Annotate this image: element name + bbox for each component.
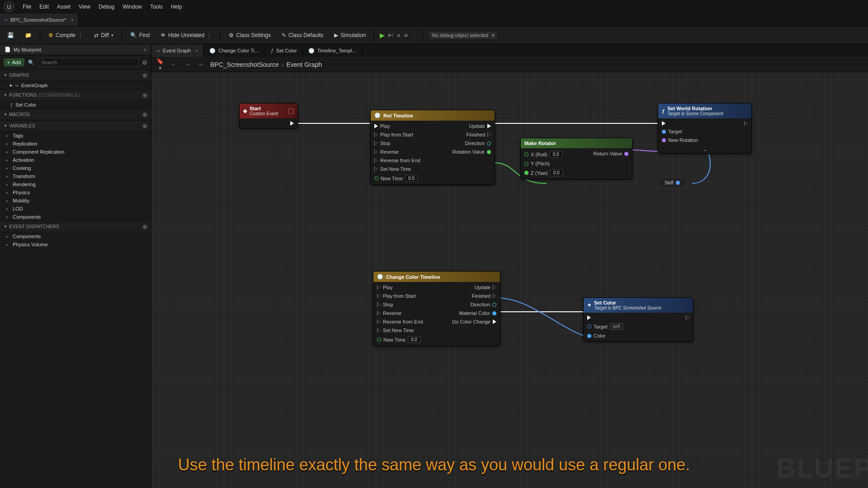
node-self[interactable]: Self xyxy=(658,177,687,188)
nav-forward[interactable]: → xyxy=(183,61,191,68)
gear-icon[interactable]: ⚙ xyxy=(142,59,147,66)
add-button[interactable]: +Add xyxy=(4,58,24,66)
section-macros[interactable]: ▼MACROS⊕ xyxy=(0,109,151,120)
section-dispatchers[interactable]: ▼EVENT DISPATCHERS⊕ xyxy=(0,221,151,232)
find-button[interactable]: 🔍Find xyxy=(127,30,152,40)
pin-direction[interactable]: Direction xyxy=(471,302,496,307)
pin-color[interactable]: Color xyxy=(587,333,623,338)
var-item[interactable]: ▸Component Replication xyxy=(0,148,151,156)
compile-button[interactable]: ⚙Compile⋮ xyxy=(46,30,86,40)
hide-unrelated-button[interactable]: 👁Hide Unrelated⋮ xyxy=(158,30,215,40)
pin-target[interactable]: Targetself xyxy=(587,323,623,330)
pin-update[interactable]: Update xyxy=(475,285,496,290)
node-change-color-timeline[interactable]: 🕒Change Color Timeline Play Play from St… xyxy=(373,271,500,346)
graph-canvas[interactable]: ◆ Start Custom Event 🕒Rot Timeline Play … xyxy=(151,72,868,488)
play-options[interactable]: ⋮ xyxy=(412,32,417,38)
tree-eventgraph[interactable]: ▸⎃EventGraph xyxy=(0,81,151,89)
browse-button[interactable]: 📁 xyxy=(22,30,34,40)
pin-reverse-end[interactable]: Reverse from End xyxy=(377,319,423,324)
menu-tools[interactable]: Tools xyxy=(150,4,163,10)
search-input[interactable] xyxy=(38,58,138,67)
debug-object-select[interactable]: No debug object selected xyxy=(428,31,498,40)
pin-finished[interactable]: Finished xyxy=(466,132,491,137)
exec-in-pin[interactable] xyxy=(587,315,623,320)
pin-reverse-end[interactable]: Reverse from End xyxy=(374,158,420,163)
pin-play[interactable]: Play xyxy=(374,123,420,129)
pin-new-rotation[interactable]: New Rotation xyxy=(662,137,698,143)
var-item[interactable]: ▸Transform xyxy=(0,172,151,180)
close-icon[interactable]: × xyxy=(144,47,146,52)
pin-play-from-start[interactable]: Play from Start xyxy=(377,293,423,299)
pin-new-time[interactable]: New Time0.0 xyxy=(374,175,420,182)
var-item[interactable]: ▸LOD xyxy=(0,205,151,213)
menu-debug[interactable]: Debug xyxy=(99,4,114,10)
pin-set-new-time[interactable]: Set New Time xyxy=(377,328,423,333)
dispatcher-item[interactable]: ▸Components xyxy=(0,232,151,240)
file-tab[interactable]: ⎃ BPC_ScreenshotSource* × xyxy=(0,14,79,26)
crumb-graph[interactable]: Event Graph xyxy=(286,61,322,68)
exec-out-pin[interactable] xyxy=(744,121,748,126)
pin-reverse[interactable]: Reverse xyxy=(374,149,420,155)
simulation-button[interactable]: ▶Simulation xyxy=(331,30,368,40)
nav-back[interactable]: ← xyxy=(170,61,178,68)
tree-setcolor[interactable]: ƒSet Color xyxy=(0,101,151,109)
class-defaults-button[interactable]: ✎Class Defaults xyxy=(279,30,326,40)
menu-view[interactable]: View xyxy=(79,4,90,10)
node-start[interactable]: ◆ Start Custom Event xyxy=(239,103,298,129)
pin-rotation-value[interactable]: Rotation Value xyxy=(453,149,491,155)
section-variables[interactable]: ▼VARIABLES⊕ xyxy=(0,120,151,131)
bookmark-icon[interactable]: 🔖▾ xyxy=(156,58,164,71)
class-settings-button[interactable]: ⚙Class Settings xyxy=(226,30,274,40)
dispatcher-item[interactable]: ▸Physics Volume xyxy=(0,240,151,249)
exec-in-pin[interactable] xyxy=(662,121,698,126)
crumb-bp[interactable]: BPC_ScreenshotSource xyxy=(210,61,279,68)
node-set-color[interactable]: ✦ Set ColorTarget is BPC Screenshot Sour… xyxy=(583,297,693,342)
tab-timeline-templ[interactable]: 🕒Timeline_Templ… xyxy=(303,44,363,57)
pin-direction[interactable]: Direction xyxy=(465,141,491,146)
pin-play[interactable]: Play xyxy=(377,285,423,290)
frame-skip-button[interactable]: ▶| xyxy=(388,32,393,38)
menu-asset[interactable]: Asset xyxy=(57,4,71,10)
pin-new-time[interactable]: New Time0.0 xyxy=(377,336,423,343)
save-button[interactable]: 💾 xyxy=(5,30,17,40)
var-item[interactable]: ▸Physics xyxy=(0,188,151,197)
menu-file[interactable]: File xyxy=(23,4,31,10)
pin-y-pitch[interactable]: Y (Pitch) xyxy=(524,161,563,166)
menu-edit[interactable]: Edit xyxy=(39,4,49,10)
var-item[interactable]: ▸Activation xyxy=(0,156,151,164)
exec-out-pin[interactable] xyxy=(290,121,294,126)
chevron-down-icon[interactable]: ⌄ xyxy=(658,145,751,153)
panel-tab[interactable]: 📄 My Blueprint × xyxy=(0,44,151,55)
tab-change-color[interactable]: 🕒Change Color Ti… xyxy=(204,44,265,57)
var-item[interactable]: ▸Rendering xyxy=(0,180,151,188)
menu-help[interactable]: Help xyxy=(171,4,182,10)
tab-event-graph[interactable]: ⎃Event Graph× xyxy=(151,44,204,57)
node-make-rotator[interactable]: Make Rotator X (Roll)0.0 Y (Pitch) Z (Ya… xyxy=(520,138,632,179)
section-functions[interactable]: ▼FUNCTIONS(3 OVERRIDABLE)⊕ xyxy=(0,89,151,101)
pin-do-color-change[interactable]: Do Color Change xyxy=(452,319,496,324)
eject-button[interactable]: ⏏ xyxy=(404,32,408,38)
pin-z-yaw[interactable]: Z (Yaw)0.0 xyxy=(524,169,563,176)
pin-play-from-start[interactable]: Play from Start xyxy=(374,132,420,137)
var-item[interactable]: ▸Cooking xyxy=(0,164,151,172)
var-item[interactable]: ▸Components xyxy=(0,213,151,221)
pin-update[interactable]: Update xyxy=(469,123,491,129)
var-item[interactable]: ▸Mobility xyxy=(0,197,151,205)
pin-set-new-time[interactable]: Set New Time xyxy=(374,166,420,172)
diff-button[interactable]: ⇄Diff▾ xyxy=(91,30,116,40)
menu-window[interactable]: Window xyxy=(123,4,142,10)
pin-stop[interactable]: Stop xyxy=(374,141,420,146)
section-graphs[interactable]: ▼GRAPHS⊕ xyxy=(0,70,151,81)
pin-material-color[interactable]: Material Color xyxy=(459,310,496,316)
delegate-pin[interactable] xyxy=(288,108,294,114)
stop-button[interactable]: ■ xyxy=(397,33,400,38)
var-item[interactable]: ▸Replication xyxy=(0,140,151,148)
tab-set-color[interactable]: ƒSet Color xyxy=(265,44,303,57)
close-icon[interactable]: × xyxy=(71,17,74,23)
pin-finished[interactable]: Finished xyxy=(472,293,496,299)
play-button[interactable]: ▶ xyxy=(380,32,385,39)
pin-reverse[interactable]: Reverse xyxy=(377,310,423,316)
var-item[interactable]: ▸Tags xyxy=(0,131,151,140)
pin-x-roll[interactable]: X (Roll)0.0 xyxy=(524,151,563,158)
pin-target[interactable]: Target xyxy=(662,129,698,134)
